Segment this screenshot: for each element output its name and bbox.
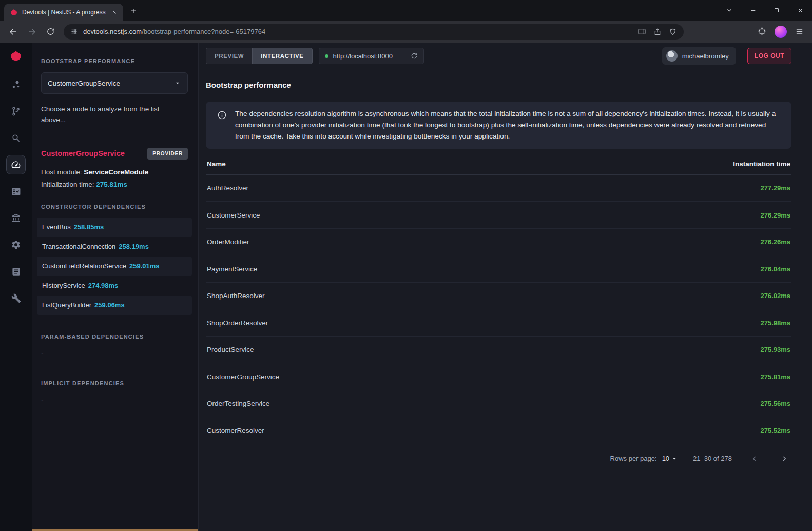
sidebar-hint: Choose a node to analyze from the list a… bbox=[41, 104, 170, 126]
table-row[interactable]: PaymentService 276.04ms bbox=[206, 255, 791, 283]
info-icon bbox=[217, 110, 227, 142]
init-time-line: Initialization time: 275.81ms bbox=[41, 181, 188, 188]
nav-inspect-icon[interactable] bbox=[6, 128, 26, 148]
refresh-icon[interactable] bbox=[411, 52, 418, 60]
extensions-icon[interactable] bbox=[758, 27, 766, 36]
user-avatar bbox=[666, 50, 678, 62]
param-deps-title: PARAM-BASED DEPENDENCIES bbox=[41, 333, 188, 340]
back-button[interactable] bbox=[5, 24, 22, 40]
table-row[interactable]: CustomerResolver 275.52ms bbox=[206, 417, 791, 444]
table-row[interactable]: CustomerService 276.29ms bbox=[206, 202, 791, 229]
tab-close-icon[interactable] bbox=[110, 8, 119, 17]
next-page-button[interactable] bbox=[777, 451, 791, 466]
brave-shield-icon[interactable] bbox=[669, 28, 677, 36]
sidebar: BOOTSTRAP PERFORMANCE CustomerGroupServi… bbox=[32, 43, 199, 531]
close-button[interactable] bbox=[788, 0, 812, 21]
window-controls bbox=[718, 0, 812, 21]
maximize-button[interactable] bbox=[765, 0, 788, 21]
share-icon[interactable] bbox=[653, 28, 662, 36]
new-tab-button[interactable] bbox=[126, 4, 141, 18]
rows-per-page-select[interactable]: 10 bbox=[662, 455, 678, 462]
main-header: PREVIEW INTERACTIVE http://localhost:800… bbox=[206, 43, 791, 69]
constructor-deps-list: EventBus 258.85ms TransactionalConnectio… bbox=[37, 218, 192, 315]
table-row[interactable]: ShopAuthResolver 276.02ms bbox=[206, 283, 791, 310]
table-row[interactable]: OrderModifier 276.26ms bbox=[206, 229, 791, 256]
table-row[interactable]: OrderTestingService 275.56ms bbox=[206, 390, 791, 418]
tab-strip: Devtools | NestJS - A progressive bbox=[0, 0, 812, 21]
dependency-item[interactable]: ListQueryBuilder 259.06ms bbox=[37, 296, 192, 315]
nav-logs-icon[interactable] bbox=[6, 262, 26, 281]
nav-sandbox-icon[interactable] bbox=[6, 288, 26, 308]
forward-button[interactable] bbox=[24, 24, 40, 40]
constructor-deps-title: CONSTRUCTOR DEPENDENCIES bbox=[41, 204, 188, 210]
site-info-icon[interactable] bbox=[70, 28, 78, 35]
tab-title: Devtools | NestJS - A progressive bbox=[22, 9, 106, 16]
rows-per-page: Rows per page: 10 bbox=[610, 455, 678, 462]
browser-toolbar: devtools.nestjs.com/bootstrap-performanc… bbox=[0, 21, 812, 43]
host-module-value: ServiceCoreModule bbox=[84, 168, 148, 176]
param-deps-value: - bbox=[41, 349, 188, 357]
column-name: Name bbox=[207, 160, 226, 168]
init-time-value: 275.81ms bbox=[96, 181, 127, 188]
user-menu[interactable]: michaelbromley bbox=[662, 47, 736, 65]
browser-tab[interactable]: Devtools | NestJS - A progressive bbox=[4, 4, 123, 21]
node-select-value: CustomerGroupService bbox=[48, 80, 120, 87]
info-text: The dependencies resolution algorithm is… bbox=[235, 108, 780, 142]
app-root: BOOTSTRAP PERFORMANCE CustomerGroupServi… bbox=[0, 43, 812, 531]
reload-button[interactable] bbox=[42, 24, 59, 40]
nav-performance-icon[interactable] bbox=[6, 155, 26, 174]
sidebar-toggle-icon[interactable] bbox=[637, 27, 646, 36]
dependency-item[interactable]: HistoryService 274.98ms bbox=[37, 276, 192, 296]
target-url-value: http://localhost:8000 bbox=[333, 52, 393, 60]
divider bbox=[32, 369, 198, 369]
table-row[interactable]: ProductService 275.93ms bbox=[206, 337, 791, 364]
dependency-item[interactable]: TransactionalConnection 258.19ms bbox=[37, 237, 192, 257]
nestjs-favicon-icon bbox=[10, 8, 18, 16]
node-select[interactable]: CustomerGroupService bbox=[41, 72, 188, 94]
nav-settings-icon[interactable] bbox=[6, 235, 26, 254]
previous-page-button[interactable] bbox=[747, 451, 762, 466]
selected-node-name: CustomerGroupService bbox=[41, 149, 125, 158]
preview-tab[interactable]: PREVIEW bbox=[206, 48, 252, 64]
nav-graph-icon[interactable] bbox=[6, 75, 26, 94]
table-header: Name Instantiation time bbox=[206, 149, 791, 175]
divider bbox=[32, 137, 198, 137]
target-url-input[interactable]: http://localhost:8000 bbox=[319, 48, 424, 64]
implicit-deps-title: IMPLICIT DEPENDENCIES bbox=[41, 380, 188, 386]
logout-button[interactable]: LOG OUT bbox=[747, 48, 791, 64]
nav-audit-icon[interactable] bbox=[6, 182, 26, 201]
url-text: devtools.nestjs.com/bootstrap-performanc… bbox=[83, 28, 265, 35]
column-instantiation-time: Instantiation time bbox=[733, 160, 790, 168]
url-bar[interactable]: devtools.nestjs.com/bootstrap-performanc… bbox=[64, 24, 684, 40]
profile-avatar[interactable] bbox=[775, 26, 787, 38]
browser-window: Devtools | NestJS - A progressive bbox=[0, 0, 812, 531]
provider-badge: PROVIDER bbox=[147, 148, 188, 160]
main-content: PREVIEW INTERACTIVE http://localhost:800… bbox=[199, 43, 812, 531]
dependency-item[interactable]: CustomFieldRelationService 259.01ms bbox=[37, 257, 192, 276]
pagination: Rows per page: 10 21–30 of 278 bbox=[206, 444, 791, 473]
status-dot bbox=[325, 54, 328, 58]
interactive-tab[interactable]: INTERACTIVE bbox=[252, 48, 312, 64]
table-row[interactable]: AuthResolver 277.29ms bbox=[206, 175, 791, 202]
nav-rail bbox=[0, 43, 32, 531]
pagination-range: 21–30 of 278 bbox=[693, 455, 732, 462]
implicit-deps-value: - bbox=[41, 396, 188, 403]
info-box: The dependencies resolution algorithm is… bbox=[206, 102, 791, 149]
chevron-down-icon bbox=[671, 456, 678, 462]
table-row[interactable]: CustomerGroupService 275.81ms bbox=[206, 363, 791, 390]
chevron-down-icon bbox=[174, 80, 181, 87]
perf-table-body: AuthResolver 277.29ms CustomerService 27… bbox=[206, 175, 791, 444]
menu-icon[interactable] bbox=[795, 27, 804, 36]
dependency-item[interactable]: EventBus 258.85ms bbox=[37, 218, 192, 237]
table-row[interactable]: ShopOrderResolver 275.98ms bbox=[206, 309, 791, 337]
minimize-button[interactable] bbox=[741, 0, 765, 21]
nestjs-logo bbox=[9, 49, 23, 63]
username: michaelbromley bbox=[682, 52, 729, 60]
sidebar-section-title: BOOTSTRAP PERFORMANCE bbox=[41, 58, 188, 64]
host-module-line: Host module: ServiceCoreModule bbox=[41, 168, 188, 176]
nav-flow-icon[interactable] bbox=[6, 102, 26, 121]
nav-modules-icon[interactable] bbox=[6, 208, 26, 228]
page-title: Bootstrap performance bbox=[206, 81, 791, 89]
tab-search-chevron-icon[interactable] bbox=[718, 0, 741, 21]
